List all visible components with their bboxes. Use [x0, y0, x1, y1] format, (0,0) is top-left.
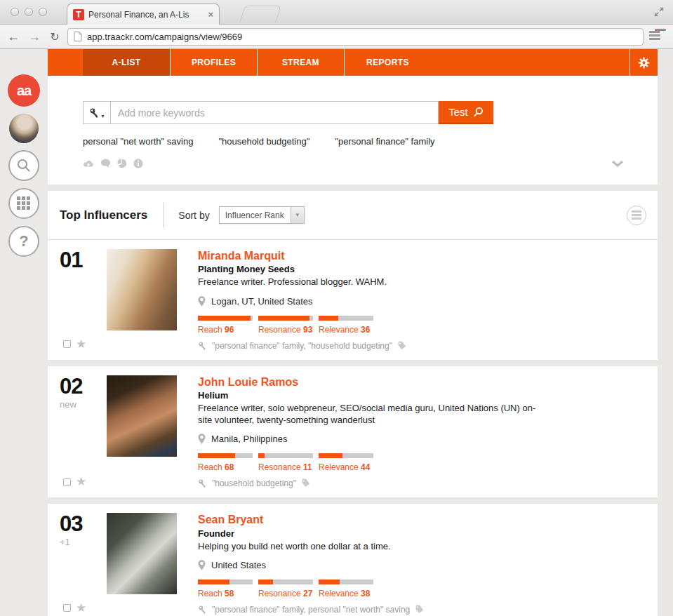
- sort-select-arrow-icon[interactable]: ▼: [291, 207, 304, 223]
- influencer-photo[interactable]: [107, 513, 177, 594]
- influencer-photo[interactable]: [107, 249, 177, 330]
- metric-bar-fill: [319, 316, 338, 321]
- update-badge: !: [655, 29, 666, 31]
- minimize-window-button[interactable]: [25, 8, 33, 16]
- keyword-chip[interactable]: "household budgeting": [218, 136, 309, 147]
- question-icon: ?: [19, 232, 28, 250]
- tags-row: "household budgeting": [198, 478, 644, 488]
- favorite-star-icon[interactable]: ★: [76, 340, 86, 349]
- info-icon[interactable]: [133, 159, 143, 168]
- close-window-button[interactable]: [11, 8, 19, 16]
- location-text: Manila, Philippines: [211, 434, 287, 444]
- nav-tab-stream[interactable]: STREAM: [257, 49, 344, 76]
- tag-icon[interactable]: [397, 341, 406, 351]
- influencer-row[interactable]: 03 +1 ★ Sean Bryant Founder Helping you …: [48, 504, 658, 616]
- metric-bar-fill: [198, 453, 235, 458]
- new-tab-button[interactable]: [239, 6, 281, 22]
- window-controls[interactable]: [11, 8, 47, 16]
- expand-section-chevron[interactable]: [611, 160, 624, 168]
- metrics-row: Reach 58 Resonance 27 Relevance 38: [198, 580, 644, 598]
- metric-label: Resonance 11: [258, 462, 313, 472]
- metric: Relevance 36: [319, 316, 373, 335]
- nav-tab-reports[interactable]: REPORTS: [344, 49, 431, 76]
- keyword-search-section: ▾ Test personal "net worth" saving"house…: [48, 76, 658, 185]
- influencer-name-link[interactable]: John Louie Ramos: [198, 376, 644, 389]
- key-icon: [89, 107, 100, 119]
- url-bar[interactable]: app.traackr.com/campaigns/view/9669: [67, 28, 644, 46]
- search-icon: [473, 107, 484, 117]
- metric-bar-fill: [258, 580, 273, 584]
- influencer-name-link[interactable]: Miranda Marquit: [198, 250, 644, 262]
- metric-bar-fill: [258, 316, 309, 321]
- location-pin-icon: [198, 434, 206, 444]
- metric-bar-fill: [198, 316, 251, 321]
- back-button[interactable]: ←: [6, 29, 21, 44]
- caret-down-icon: ▾: [101, 113, 104, 119]
- key-icon: [198, 478, 208, 488]
- metric: Resonance 11: [258, 453, 313, 472]
- metric-bar-fill: [198, 580, 229, 584]
- list-view-toggle[interactable]: [627, 206, 646, 225]
- metric: Reach 58: [198, 580, 253, 598]
- settings-button[interactable]: [629, 49, 658, 76]
- nav-tab-profiles[interactable]: PROFILES: [170, 49, 257, 76]
- favorite-star-icon[interactable]: ★: [76, 477, 86, 487]
- comment-icon[interactable]: [100, 159, 111, 168]
- user-avatar[interactable]: [9, 114, 39, 143]
- tag-icon[interactable]: [300, 478, 310, 488]
- cloud-download-icon[interactable]: [83, 159, 94, 168]
- influencer-name-link[interactable]: Sean Bryant: [198, 514, 644, 526]
- add-keywords-input[interactable]: [110, 101, 439, 124]
- traackr-logo[interactable]: aa: [8, 74, 40, 107]
- metric-bar-track: [258, 580, 313, 584]
- fullscreen-expand-icon[interactable]: [653, 6, 665, 18]
- tag-icon[interactable]: [414, 605, 424, 615]
- rank-column: 01 ★: [60, 249, 107, 351]
- location-pin-icon: [198, 296, 206, 307]
- rank-number: 01: [60, 249, 107, 271]
- sort-select-value: Influencer Rank: [220, 210, 291, 220]
- matched-keywords-text: "personal finance" family, "household bu…: [212, 341, 392, 351]
- metric: Reach 96: [198, 316, 253, 335]
- browser-toolbar: ← → ↻ app.traackr.com/campaigns/view/966…: [0, 25, 673, 49]
- sort-by-label: Sort by: [178, 210, 209, 221]
- metric-bar-fill: [258, 453, 265, 458]
- sidebar-help-button[interactable]: ?: [8, 226, 39, 257]
- metric-label: Relevance 36: [319, 325, 373, 335]
- metric-bar-fill: [319, 453, 342, 458]
- rank-column: 03 +1 ★: [60, 513, 107, 615]
- rank-number: 03: [60, 513, 107, 535]
- tab-close-icon[interactable]: ×: [208, 9, 213, 20]
- zoom-window-button[interactable]: [39, 8, 47, 16]
- chrome-menu-icon[interactable]: !: [649, 29, 665, 43]
- influencer-row[interactable]: 01 ★ Miranda Marquit Planting Money Seed…: [48, 240, 658, 360]
- search-icon: [16, 158, 32, 173]
- metric-label: Reach 96: [198, 325, 253, 335]
- pie-chart-icon[interactable]: [117, 159, 127, 168]
- influencer-photo[interactable]: [107, 375, 177, 457]
- metrics-row: Reach 96 Resonance 93 Relevance 36: [198, 316, 644, 335]
- select-checkbox[interactable]: [63, 604, 71, 612]
- favorite-star-icon[interactable]: ★: [76, 603, 86, 613]
- test-keywords-button[interactable]: Test: [439, 101, 493, 124]
- metric: Reach 68: [198, 453, 253, 472]
- reload-button[interactable]: ↻: [48, 30, 62, 43]
- metric-bar-track: [319, 580, 373, 584]
- nav-tab-alist[interactable]: A-LIST: [83, 49, 170, 76]
- sidebar-search-button[interactable]: [8, 150, 39, 181]
- keyword-chip[interactable]: personal "net worth" saving: [83, 136, 193, 147]
- page-icon: [74, 32, 82, 41]
- keyword-type-dropdown[interactable]: ▾: [83, 101, 110, 124]
- browser-tab[interactable]: T Personal Finance, an A-Lis ×: [67, 4, 220, 25]
- tab-title: Personal Finance, an A-Lis: [88, 10, 204, 20]
- select-checkbox[interactable]: [63, 340, 71, 348]
- keyword-chip[interactable]: "personal finance" family: [335, 136, 434, 147]
- rank-change-note: +1: [60, 537, 107, 547]
- select-checkbox[interactable]: [63, 478, 71, 486]
- influencer-info: John Louie Ramos Helium Freelance writer…: [198, 375, 644, 489]
- sort-select[interactable]: Influencer Rank ▼: [219, 206, 305, 224]
- metric-bar-track: [319, 316, 373, 321]
- sidebar-apps-button[interactable]: [8, 188, 39, 219]
- influencer-row[interactable]: 02 new ★ John Louie Ramos Helium Freelan…: [48, 366, 658, 498]
- forward-button[interactable]: →: [27, 29, 42, 44]
